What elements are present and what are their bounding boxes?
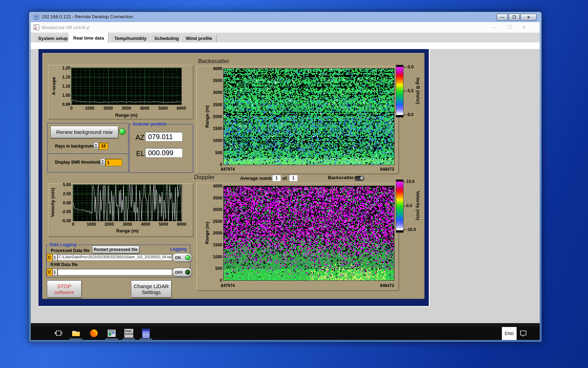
ascope-xtick: 3000 <box>119 106 133 111</box>
raw-path-field[interactable] <box>57 269 172 275</box>
bsc-ytick: 2000 <box>207 114 222 119</box>
dop-ytick: 4000 <box>207 184 222 189</box>
tab-content: A-scope 1.20 1.15 1.10 1.05 0.99 0 1000 … <box>31 42 540 323</box>
dop-cbar-tick: 0.0 <box>404 203 412 208</box>
on-led <box>185 255 190 260</box>
bsc-xend: 848473 <box>366 167 394 172</box>
bsc-cbar-tick: -5.5 <box>404 88 414 93</box>
ascope-ytick: 1.15 <box>57 75 70 80</box>
doppler-graph: Range (m) 4000 3500 3000 2500 2000 1500 … <box>196 183 399 291</box>
change-lidar-settings-button[interactable]: Change LiDAR Settings <box>131 280 172 298</box>
app-minimize-icon[interactable]: — <box>492 25 497 30</box>
ascope-plot <box>71 68 181 104</box>
bsc-ytick: 4000 <box>207 66 222 71</box>
tab-wind-profile[interactable]: Wind profile <box>181 34 217 42</box>
app-titlebar[interactable]: StreamLine XR v14-6.vi — ❐ ✕ <box>31 22 540 33</box>
vel-xtick: 5000 <box>156 222 170 227</box>
snr-value[interactable]: 1 <box>105 159 122 166</box>
remote-desktop: StreamLine XR v14-6.vi — ❐ ✕ System setu… <box>31 22 540 340</box>
task-view-icon[interactable] <box>50 329 67 338</box>
average-number-value[interactable]: 1 <box>272 175 281 182</box>
processed-drive-box[interactable]: C <box>47 254 52 261</box>
renew-background-button[interactable]: Renew background now <box>50 126 118 138</box>
dop-ytick: 3500 <box>207 196 222 200</box>
tab-temp-humidity[interactable]: Temp/humidity <box>110 34 151 42</box>
renew-background-led <box>119 128 126 135</box>
doppler-colorbar <box>396 179 404 233</box>
rays-spinner[interactable] <box>93 142 99 149</box>
stop-software-button[interactable]: STOP software <box>47 280 82 298</box>
tab-real-time-data[interactable]: Real time data <box>69 33 108 43</box>
bsc-ytick: 3500 <box>207 78 222 83</box>
rdp-close-button[interactable]: ✕ <box>520 14 537 21</box>
el-label: EL <box>136 150 145 158</box>
raw-browse-icon[interactable] <box>52 269 57 275</box>
backscatter-toggle[interactable] <box>355 176 364 181</box>
app-window-icon[interactable] <box>103 329 120 338</box>
raw-data-file-label: RAW Data file <box>50 262 78 267</box>
dop-cbar-tick: -10.0 <box>404 227 416 232</box>
scan-scheduler-icon[interactable]: Scan sched <box>120 329 137 338</box>
rdp-titlebar[interactable]: 192.168.0.122 - Remote Desktop Connectio… <box>29 12 541 22</box>
vel-xtick: 6000 <box>175 222 189 227</box>
raw-drive-box[interactable]: C <box>47 268 52 276</box>
app-title: StreamLine XR v14-6.vi <box>41 25 89 30</box>
processed-logging-on-button[interactable]: ON <box>172 253 192 262</box>
bsc-xstart: 847974 <box>221 167 249 172</box>
dop-ytick: 500 <box>207 266 222 271</box>
tab-scheduling[interactable]: Scheduling <box>150 34 183 42</box>
language-indicator[interactable]: ENG <box>502 327 517 340</box>
vel-xtick: 1000 <box>84 222 98 227</box>
rdp-window-title: 192.168.0.122 - Remote Desktop Connectio… <box>42 14 133 19</box>
bsc-cbar-tick: -8.0 <box>404 112 414 117</box>
doppler-title: Doppler <box>194 174 215 181</box>
ascope-xtick: 5000 <box>156 106 170 111</box>
snr-group: Display SNR threshold 1 <box>47 154 128 172</box>
stop-line2: software <box>54 289 74 295</box>
app-window: StreamLine XR v14-6.vi — ❐ ✕ System setu… <box>31 22 540 323</box>
snr-spinner[interactable] <box>100 158 105 165</box>
dop-ytick: 3000 <box>207 207 222 212</box>
az-label: AZ <box>135 134 145 142</box>
vel-xtick: 0 <box>66 222 80 227</box>
dop-ytick: 2500 <box>207 219 222 224</box>
navy-frame: A-scope 1.20 1.15 1.10 1.05 0.99 0 1000 … <box>38 49 429 306</box>
processed-browse-icon[interactable] <box>52 254 57 261</box>
change-line1: Change LiDAR <box>134 283 169 289</box>
bsc-ytick: 2500 <box>207 102 222 107</box>
processed-path-field[interactable]: C:\Lidar\Data\Proc\2023\202309\20230910\… <box>57 254 172 261</box>
ascope-ylabel: A-scope <box>51 62 56 111</box>
remote-desktop-strip <box>31 323 540 327</box>
vel-ytick: 5.00 <box>57 182 71 187</box>
backscatter-plot <box>224 69 394 165</box>
of-label: of <box>282 176 287 181</box>
data-logging-group: Data Logging Processed Data file Restart… <box>46 245 190 278</box>
bsc-ytick: 3000 <box>207 90 222 95</box>
vel-xtick: 3000 <box>120 222 134 227</box>
vel-xtick: 4000 <box>139 222 153 227</box>
rdp-window: 192.168.0.122 - Remote Desktop Connectio… <box>29 12 542 342</box>
ascope-xtick: 1000 <box>83 106 97 111</box>
backscatter-title: Backscatter <box>198 58 229 65</box>
rdp-minimize-button[interactable]: — <box>497 14 508 21</box>
dop-ytick: 2000 <box>207 231 222 236</box>
file-explorer-icon[interactable] <box>68 329 84 338</box>
velocity-graph: Velocity (m/s) 5.00 2.50 0.00 -2.50 -5.0… <box>48 183 193 237</box>
ascope-ytick: 1.20 <box>57 66 70 70</box>
restart-processed-file-button[interactable]: Restart processed file <box>92 246 139 253</box>
notification-icon[interactable] <box>517 329 529 338</box>
app-close-icon[interactable]: ✕ <box>522 25 526 30</box>
app-restore-icon[interactable]: ❐ <box>507 25 512 30</box>
open-app-indicator <box>70 339 82 340</box>
tab-system-setup[interactable]: System setup <box>34 34 72 42</box>
background-group: Renew background now Rays in background … <box>47 123 128 154</box>
dop-cbar-tick: 10.0 <box>404 179 414 184</box>
firefox-icon[interactable] <box>85 329 102 338</box>
rays-value[interactable]: 10 <box>99 143 108 150</box>
rdp-maximize-button[interactable]: ❐ <box>509 14 520 21</box>
raw-logging-off-button[interactable]: OFF <box>172 268 192 277</box>
schedule-doc-icon[interactable] <box>138 329 154 338</box>
average-total-value[interactable]: 1 <box>289 175 298 182</box>
vel-ytick: 2.50 <box>57 191 71 196</box>
desktop: 192.168.0.122 - Remote Desktop Connectio… <box>0 0 588 368</box>
